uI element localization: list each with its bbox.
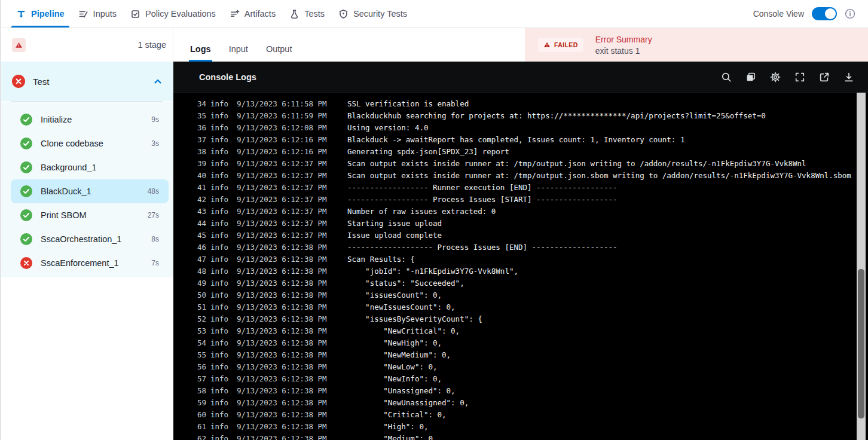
copy-icon[interactable] <box>745 72 756 82</box>
console-view-toggle[interactable] <box>812 7 837 20</box>
log-view-tab[interactable]: Input <box>229 44 248 62</box>
info-icon[interactable] <box>845 8 855 19</box>
warning-triangle-icon <box>12 38 26 52</box>
log-line: 55 info 9/13/2023 6:12:38 PM "NewMedium"… <box>173 349 857 360</box>
log-line-number: 48 <box>197 267 210 276</box>
download-icon[interactable] <box>843 72 854 82</box>
step-item[interactable]: Initialize 9s <box>11 108 169 132</box>
log-line-timestamp: 9/13/2023 6:12:37 PM <box>237 159 347 168</box>
log-line: 49 info 9/13/2023 6:12:38 PM "status": "… <box>173 277 857 289</box>
error-summary-message: exit status 1 <box>595 46 652 56</box>
log-line-level: info <box>210 291 237 300</box>
step-item[interactable]: SscaEnforcement_1 7s <box>11 251 169 275</box>
log-line: 37 info 9/13/2023 6:12:16 PM Blackduck -… <box>173 133 857 145</box>
nav-tab-label: Pipeline <box>31 9 65 19</box>
step-item[interactable]: Print SBOM 27s <box>11 203 169 227</box>
console-title: Console Logs <box>199 72 721 82</box>
log-line-message: Using version: 4.0 <box>347 123 428 132</box>
check-circle-icon <box>20 161 32 173</box>
log-line: 59 info 9/13/2023 6:12:38 PM "NewUnassig… <box>173 396 857 408</box>
log-line-number: 44 <box>197 219 210 228</box>
search-icon[interactable] <box>721 72 732 82</box>
policy-evaluations-icon <box>130 9 140 19</box>
log-line-message: "Medium": 0 <box>347 434 433 440</box>
log-line: 35 info 9/13/2023 6:11:59 PM Blackduckhu… <box>173 109 857 121</box>
nav-tab-label: Policy Evaluations <box>145 9 216 19</box>
log-line-number: 59 <box>197 398 210 407</box>
stage-header[interactable]: Test <box>0 62 173 101</box>
check-circle-icon <box>20 233 32 245</box>
fullscreen-icon[interactable] <box>794 72 805 82</box>
log-line-level: info <box>210 99 237 108</box>
log-line-level: info <box>210 183 237 192</box>
log-line-number: 41 <box>197 183 210 192</box>
step-name: SscaEnforcement_1 <box>41 258 143 268</box>
console-scrollbar[interactable] <box>857 93 866 440</box>
nav-tab[interactable]: Artifacts <box>230 0 276 28</box>
nav-tab[interactable]: Pipeline <box>16 0 65 28</box>
top-nav-right: Console View <box>753 7 868 20</box>
log-line-message: Issue upload complete <box>347 231 442 240</box>
log-line-timestamp: 9/13/2023 6:12:38 PM <box>237 255 347 264</box>
check-circle-icon <box>20 209 32 221</box>
log-line-level: info <box>210 207 237 216</box>
log-view-tab-label: Output <box>266 44 292 54</box>
log-line: 53 info 9/13/2023 6:12:38 PM "NewCritica… <box>173 325 857 337</box>
log-line-message: "jobId": "-n1FkEpdiw3Y7G-Vvk8Wnl", <box>347 267 518 276</box>
log-line-message: Number of raw issues extracted: 0 <box>347 207 496 216</box>
log-line-message: "NewHigh": 0, <box>347 338 442 347</box>
step-name: BlackDuck_1 <box>41 187 139 196</box>
log-line-message: ------------------ Runner execution [END… <box>347 183 618 192</box>
stage-summary-bar: 1 stage <box>0 28 173 62</box>
log-line-timestamp: 9/13/2023 6:12:37 PM <box>237 231 347 240</box>
step-item[interactable]: Background_1 <box>11 155 169 179</box>
warning-triangle-icon <box>543 41 551 48</box>
settings-icon[interactable] <box>770 72 781 82</box>
log-line-level: info <box>210 135 237 144</box>
log-line: 34 info 9/13/2023 6:11:58 PM SSL verific… <box>173 97 857 109</box>
log-line-level: info <box>210 123 237 132</box>
log-line-timestamp: 9/13/2023 6:12:38 PM <box>237 410 347 419</box>
log-view-tab[interactable]: Output <box>266 44 292 62</box>
log-line-number: 42 <box>197 195 210 204</box>
step-name: Initialize <box>41 115 143 124</box>
log-lines: 34 info 9/13/2023 6:11:58 PM SSL verific… <box>173 97 857 440</box>
log-line-timestamp: 9/13/2023 6:12:38 PM <box>237 243 347 252</box>
status-badge: FAILED <box>538 38 583 52</box>
chevron-up-icon[interactable] <box>153 77 163 86</box>
nav-tab[interactable]: Security Tests <box>338 0 407 28</box>
log-line: 43 info 9/13/2023 6:12:37 PM Number of r… <box>173 205 857 217</box>
log-line-message: Blackduck -> awaitReport has completed, … <box>347 135 684 144</box>
error-summary-title: Error Summary <box>595 35 652 44</box>
log-line-level: info <box>210 255 237 264</box>
log-line: 60 info 9/13/2023 6:12:38 PM "Critical":… <box>173 408 857 420</box>
log-line-number: 45 <box>197 231 210 240</box>
nav-tab-label: Artifacts <box>244 9 276 19</box>
nav-tab[interactable]: Policy Evaluations <box>130 0 216 28</box>
check-circle-icon <box>20 185 32 197</box>
x-circle-icon <box>20 257 32 269</box>
step-item[interactable]: BlackDuck_1 48s <box>11 179 169 203</box>
log-line: 51 info 9/13/2023 6:12:38 PM "newIssuesC… <box>173 301 857 313</box>
nav-tab[interactable]: Inputs <box>78 0 117 28</box>
log-line-level: info <box>210 374 237 383</box>
log-line-timestamp: 9/13/2023 6:12:37 PM <box>237 183 347 192</box>
log-line-message: Generating spdx-json[SPDX_23] report <box>347 147 509 156</box>
console-scrollbar-thumb[interactable] <box>858 269 864 418</box>
log-line-message: "Unassigned": 0, <box>347 386 456 395</box>
step-name: SscaOrchestration_1 <box>41 234 143 244</box>
log-line-timestamp: 9/13/2023 6:12:37 PM <box>237 207 347 216</box>
nav-tab[interactable]: Tests <box>289 0 325 28</box>
inputs-icon <box>78 9 88 19</box>
step-item[interactable]: Clone codebase 3s <box>11 132 169 155</box>
log-line-timestamp: 9/13/2023 6:12:38 PM <box>237 386 347 395</box>
status-badge-label: FAILED <box>554 41 578 48</box>
log-line-timestamp: 9/13/2023 6:12:38 PM <box>237 434 347 440</box>
step-item[interactable]: SscaOrchestration_1 8s <box>11 227 169 251</box>
log-view-tab[interactable]: Logs <box>190 44 211 62</box>
console-header: Console Logs <box>173 62 868 93</box>
log-line-level: info <box>210 362 237 371</box>
open-in-new-icon[interactable] <box>819 72 830 82</box>
log-line: 56 info 9/13/2023 6:12:38 PM "NewLow": 0… <box>173 360 857 372</box>
log-line-message: "NewUnassigned": 0, <box>347 398 469 407</box>
